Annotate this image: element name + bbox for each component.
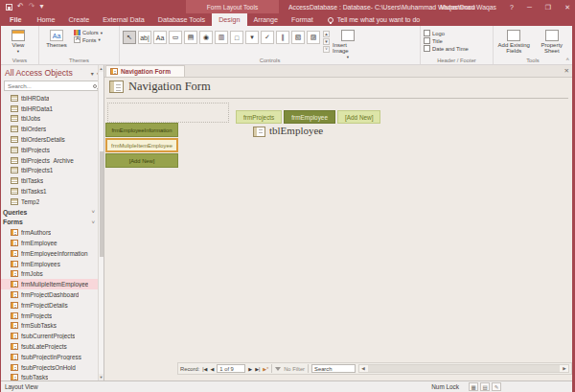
- ribbon-tab-external-data[interactable]: External Data: [96, 13, 151, 26]
- sidebar-item-frmjobs[interactable]: frmJobs: [1, 269, 98, 280]
- button-icon[interactable]: ▭: [169, 31, 182, 44]
- sidebar-item-tblordersdetails[interactable]: tblOrdersDetails: [1, 134, 98, 145]
- check-box-icon[interactable]: ✓: [261, 31, 274, 44]
- maximize-icon[interactable]: ❐: [545, 4, 551, 11]
- gallery-up-icon[interactable]: ▲: [323, 31, 330, 37]
- ribbon-tab-format[interactable]: Format: [285, 13, 320, 26]
- sidebar-item-tblprojects[interactable]: tblProjects: [1, 145, 98, 155]
- nav-tab-frmprojects[interactable]: frmProjects: [236, 110, 282, 124]
- nav-tab-add-new[interactable]: [Add New]: [337, 110, 380, 124]
- title-button[interactable]: Title: [424, 37, 469, 44]
- sidebar-item-tbltasks[interactable]: tblTasks: [1, 175, 98, 186]
- search-input[interactable]: [8, 82, 93, 89]
- gallery-more-icon[interactable]: ˅: [323, 46, 330, 53]
- nav-tab-add-new[interactable]: [Add New]: [105, 153, 178, 168]
- image-icon[interactable]: ▨: [307, 31, 320, 44]
- navigation-icon[interactable]: ▥: [215, 31, 228, 44]
- save-icon[interactable]: [6, 4, 12, 11]
- sidebar-group-forms[interactable]: Forms˅: [1, 218, 98, 228]
- fonts-button[interactable]: Fonts ▾: [74, 36, 103, 43]
- view-button[interactable]: View ▾: [4, 29, 33, 54]
- design-view-button[interactable]: ✎: [492, 382, 501, 391]
- sidebar-item-frmauthors[interactable]: frmAuthors: [1, 227, 98, 238]
- record-position-box[interactable]: 1 of 9: [217, 364, 245, 373]
- sidebar-item-fsubprojectinprogress[interactable]: fsubProjectInProgress: [1, 352, 98, 362]
- scroll-right-icon[interactable]: ▶: [561, 366, 568, 371]
- add-existing-fields-button[interactable]: Add Existing Fields: [496, 29, 532, 54]
- sidebar-item-fsubprojectsonhold[interactable]: fsubProjectsOnHold: [1, 362, 98, 373]
- sidebar-item-fsublateprojects[interactable]: fsubLateProjects: [1, 341, 98, 352]
- minimize-icon[interactable]: ─: [527, 4, 532, 11]
- sidebar-item-frmprojects[interactable]: frmProjects: [1, 311, 98, 321]
- last-record-icon[interactable]: ▶|: [255, 366, 260, 372]
- close-icon[interactable]: ✕: [564, 4, 570, 11]
- ribbon-tab-file[interactable]: File: [1, 13, 30, 26]
- first-record-icon[interactable]: |◀: [202, 366, 207, 372]
- ribbon-collapse-icon[interactable]: ˄: [565, 57, 569, 62]
- sidebar-item-tblhrdata1[interactable]: tblHRData1: [1, 104, 98, 114]
- select-icon[interactable]: ↖: [123, 31, 136, 44]
- sidebar-item-temp2[interactable]: Temp2: [1, 196, 98, 207]
- sidebar-item-fsubtasks[interactable]: fsubTasks: [1, 373, 98, 380]
- tell-me-box[interactable]: Tell me what you want to do: [320, 13, 427, 26]
- ribbon-tab-home[interactable]: Home: [30, 13, 61, 26]
- sidebar-scrollbar[interactable]: ▲ ▼: [98, 65, 104, 380]
- help-icon[interactable]: ?: [510, 4, 514, 11]
- previous-record-icon[interactable]: ◀: [210, 366, 214, 372]
- ribbon-tab-design[interactable]: Design: [212, 13, 246, 26]
- scrollbar-thumb[interactable]: [100, 151, 104, 257]
- scroll-down-icon[interactable]: ▼: [99, 374, 104, 380]
- insert-image-button[interactable]: Insert Image ▾: [333, 29, 363, 59]
- sidebar-item-tbljobs[interactable]: tblJobs: [1, 114, 98, 125]
- undo-icon[interactable]: ↶: [17, 3, 24, 11]
- sidebar-item-frmprojectdashboard[interactable]: frmProjectDashboard: [1, 289, 98, 300]
- text-box-icon[interactable]: ab|: [138, 31, 151, 44]
- sidebar-item-tblhrdata[interactable]: tblHRData: [1, 93, 98, 104]
- label-icon[interactable]: Aa: [153, 31, 167, 44]
- sidebar-item-tblprojects-archive[interactable]: tblProjects_Archive: [1, 155, 98, 166]
- ribbon-tab-arrange[interactable]: Arrange: [247, 13, 286, 26]
- sidebar-item-frmprojectdetails[interactable]: frmProjectDetails: [1, 300, 98, 311]
- new-record-icon[interactable]: ▶*: [263, 366, 268, 372]
- logo-button[interactable]: Logo: [424, 30, 469, 36]
- scroll-up-icon[interactable]: ▲: [99, 65, 104, 72]
- redo-icon[interactable]: ↷: [29, 3, 35, 11]
- tab-control-icon[interactable]: ▤: [184, 31, 197, 44]
- sidebar-item-frmemployeeinformation[interactable]: frmEmployeeInformation: [1, 248, 98, 259]
- sidebar-item-tbltasks1[interactable]: tblTasks1: [1, 186, 98, 196]
- nav-tab-frmmulipleitememployee[interactable]: frmMulipleItemEmployee: [105, 138, 178, 152]
- sidebar-item-frmemployee[interactable]: frmEmployee: [1, 238, 98, 248]
- attachment-icon[interactable]: ∥: [276, 31, 289, 44]
- sidebar-item-frmsubtasks[interactable]: frmSubTasks: [1, 321, 98, 332]
- form-view-button[interactable]: ▦: [469, 382, 478, 391]
- hscroll-thumb[interactable]: [368, 365, 560, 372]
- sidebar-item-frmemployees[interactable]: frmEmployees: [1, 259, 98, 269]
- user-name[interactable]: Muhammad Waqas: [440, 4, 496, 11]
- next-record-icon[interactable]: ▶: [248, 366, 252, 372]
- nav-tab-frmemployee[interactable]: frmEmployee: [284, 110, 335, 124]
- scroll-left-icon[interactable]: ◀: [359, 366, 367, 371]
- contextual-tab-form-layout-tools[interactable]: Form Layout Tools: [186, 0, 279, 13]
- horizontal-scrollbar[interactable]: ◀ ▶: [358, 364, 569, 373]
- nav-tab-frmemployeeinformation[interactable]: frmEmployeeInformation: [105, 123, 178, 137]
- document-close-icon[interactable]: ✕: [564, 67, 569, 75]
- ribbon-tab-create[interactable]: Create: [62, 13, 97, 26]
- option-group-icon[interactable]: □: [230, 31, 243, 44]
- nav-pane-menu-icon[interactable]: ▾: [91, 70, 94, 77]
- ribbon-tab-database-tools[interactable]: Database Tools: [151, 13, 212, 26]
- qat-customize-icon[interactable]: ▾: [39, 3, 43, 11]
- combo-box-icon[interactable]: ▾: [245, 31, 259, 44]
- themes-button[interactable]: Aa Themes: [42, 29, 71, 48]
- sidebar-group-queries[interactable]: Queries˅: [1, 207, 98, 218]
- date-and-time-button[interactable]: Date and Time: [424, 45, 469, 52]
- empty-placeholder-cell[interactable]: [107, 103, 229, 123]
- web-browser-icon[interactable]: ◉: [199, 31, 213, 44]
- subform-icon[interactable]: ▧: [291, 31, 305, 44]
- nav-search-box[interactable]: [4, 81, 101, 91]
- sidebar-item-tblorders[interactable]: tblOrders: [1, 124, 98, 134]
- no-filter-button[interactable]: No Filter: [284, 366, 305, 372]
- gallery-down-icon[interactable]: ▼: [323, 38, 330, 45]
- document-tab-navigation-form[interactable]: Navigation Form: [105, 65, 185, 77]
- sidebar-item-fsubcurrentprojects[interactable]: fsubCurrentProjects: [1, 331, 98, 341]
- property-sheet-button[interactable]: Property Sheet: [535, 29, 570, 54]
